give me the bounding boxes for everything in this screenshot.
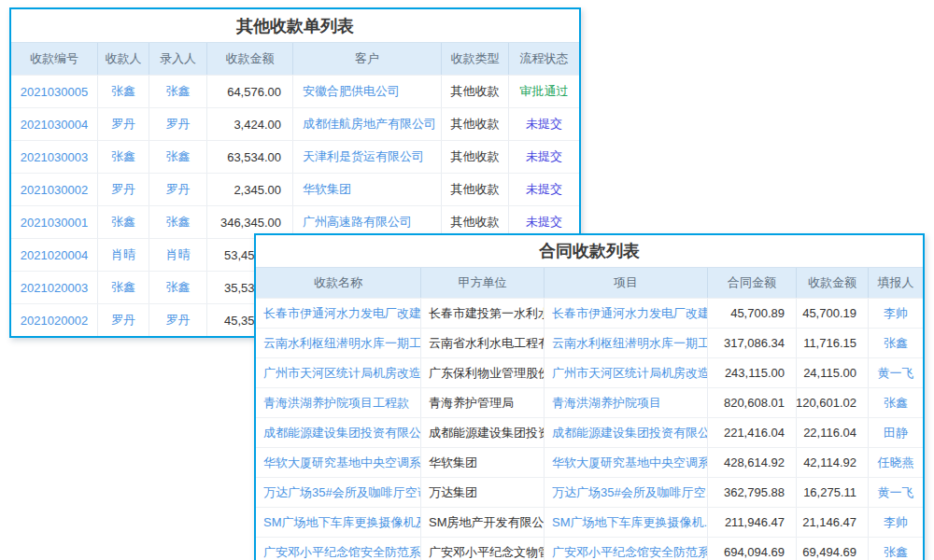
amount-cell: 2,345.00	[206, 174, 292, 205]
party-a-cell: 长春市建投第一水利水...	[420, 299, 544, 328]
project-link[interactable]: 广州市天河区统计局机房改造...	[544, 358, 707, 387]
contract-amount-cell: 243,115.00	[707, 358, 796, 387]
receipt-no-link[interactable]: 2021030001	[11, 206, 97, 238]
project-link[interactable]: 广安邓小平纪念馆安全防范系...	[544, 538, 707, 560]
recorder-link[interactable]: 罗丹	[149, 174, 206, 205]
receipt-name-link[interactable]: 广安邓小平纪念馆安全防范系...	[256, 538, 420, 560]
table-row: 长春市伊通河水力发电厂改建... 长春市建投第一水利水... 长春市伊通河水力发…	[256, 298, 923, 328]
customer-link[interactable]: 天津利是货运有限公司	[292, 141, 441, 173]
contract-amount-cell: 362,795.88	[707, 478, 796, 507]
party-a-cell: 广东保利物业管理股份...	[420, 358, 544, 387]
contract-receipts-title: 合同收款列表	[256, 235, 923, 268]
project-link[interactable]: 华软大厦研究基地中央空调系...	[544, 448, 707, 477]
recorder-link[interactable]: 张鑫	[149, 141, 206, 173]
payee-link[interactable]: 张鑫	[97, 141, 149, 173]
receipt-name-link[interactable]: SM广场地下车库更换摄像机及...	[256, 508, 420, 537]
reporter-link[interactable]: 任晓燕	[868, 448, 923, 477]
received-amount-cell: 120,601.02	[796, 388, 868, 417]
receipt-no-link[interactable]: 2021020004	[11, 239, 97, 271]
party-a-cell: SM房地产开发有限公司	[420, 508, 544, 537]
col-header-payee: 收款人	[97, 43, 149, 75]
receipt-no-link[interactable]: 2021030004	[11, 108, 97, 140]
party-a-cell: 万达集团	[420, 478, 544, 507]
received-amount-cell: 69,494.69	[796, 538, 868, 560]
receipt-no-link[interactable]: 2021030002	[11, 174, 97, 205]
status-link[interactable]: 未提交	[508, 108, 579, 140]
receipt-no-link[interactable]: 2021020002	[11, 304, 97, 336]
customer-link[interactable]: 华软集团	[292, 174, 441, 205]
receipt-no-link[interactable]: 2021020003	[11, 272, 97, 303]
status-link[interactable]: 未提交	[508, 174, 579, 205]
project-link[interactable]: 青海洪湖养护院项目	[544, 388, 707, 417]
status-link[interactable]: 审批通过	[508, 76, 579, 107]
receipt-name-link[interactable]: 云南水利枢纽潜明水库一期工...	[256, 329, 420, 357]
party-a-cell: 成都能源建设集团投资...	[420, 418, 544, 447]
page: 其他收款单列表 收款编号 收款人 录入人 收款金额 客户 收款类型 流程状态 2…	[0, 0, 934, 560]
contract-amount-cell: 211,946.47	[707, 508, 796, 537]
project-link[interactable]: SM广场地下车库更换摄像机...	[544, 508, 707, 537]
recorder-link[interactable]: 罗丹	[149, 304, 206, 336]
other-receipts-header-row: 收款编号 收款人 录入人 收款金额 客户 收款类型 流程状态	[11, 43, 579, 75]
received-amount-cell: 21,146.47	[796, 508, 868, 537]
receipt-name-link[interactable]: 万达广场35#会所及咖啡厅空调...	[256, 478, 420, 507]
receipt-no-link[interactable]: 2021030003	[11, 141, 97, 173]
received-amount-cell: 42,114.92	[796, 448, 868, 477]
project-link[interactable]: 长春市伊通河水力发电厂改建...	[544, 299, 707, 328]
table-row: 云南水利枢纽潜明水库一期工... 云南省水利水电工程有... 云南水利枢纽潜明水…	[256, 328, 923, 357]
receipt-name-link[interactable]: 华软大厦研究基地中央空调系...	[256, 448, 420, 477]
status-link[interactable]: 未提交	[508, 141, 579, 173]
recorder-link[interactable]: 张鑫	[149, 272, 206, 303]
receipt-name-link[interactable]: 青海洪湖养护院项目工程款	[256, 388, 420, 417]
project-link[interactable]: 万达广场35#会所及咖啡厅空...	[544, 478, 707, 507]
reporter-link[interactable]: 张鑫	[868, 329, 923, 357]
col-header-amount: 收款金额	[206, 43, 292, 75]
party-a-cell: 广安邓小平纪念文物管...	[420, 538, 544, 560]
other-receipts-title: 其他收款单列表	[11, 9, 579, 43]
reporter-link[interactable]: 张鑫	[868, 538, 923, 560]
recorder-link[interactable]: 肖晴	[149, 239, 206, 271]
receipt-name-link[interactable]: 长春市伊通河水力发电厂改建...	[256, 299, 420, 328]
payee-link[interactable]: 罗丹	[97, 108, 149, 140]
payee-link[interactable]: 罗丹	[97, 174, 149, 205]
project-link[interactable]: 成都能源建设集团投资有限公...	[544, 418, 707, 447]
party-a-cell: 云南省水利水电工程有...	[420, 329, 544, 357]
col-header-receipt-no: 收款编号	[11, 43, 97, 75]
recorder-link[interactable]: 张鑫	[149, 206, 206, 238]
col-header-customer: 客户	[292, 43, 441, 75]
payee-link[interactable]: 张鑫	[97, 76, 149, 107]
table-row: 青海洪湖养护院项目工程款 青海养护管理局 青海洪湖养护院项目 820,608.0…	[256, 387, 923, 417]
recorder-link[interactable]: 罗丹	[149, 108, 206, 140]
col-header-project: 项目	[544, 268, 707, 298]
receipt-name-link[interactable]: 成都能源建设集团投资有限公...	[256, 418, 420, 447]
reporter-link[interactable]: 田静	[868, 418, 923, 447]
table-row: 2021030002 罗丹 罗丹 2,345.00 华软集团 其他收款 未提交	[11, 173, 579, 205]
recorder-link[interactable]: 张鑫	[149, 76, 206, 107]
table-row: 万达广场35#会所及咖啡厅空调... 万达集团 万达广场35#会所及咖啡厅空..…	[256, 477, 923, 507]
project-link[interactable]: 云南水利枢纽潜明水库一期工...	[544, 329, 707, 357]
amount-cell: 3,424.00	[206, 108, 292, 140]
payee-link[interactable]: 张鑫	[97, 272, 149, 303]
contract-amount-cell: 428,614.92	[707, 448, 796, 477]
reporter-link[interactable]: 李帅	[868, 299, 923, 328]
party-a-cell: 青海养护管理局	[420, 388, 544, 417]
contract-amount-cell: 694,094.69	[707, 538, 796, 560]
received-amount-cell: 45,700.19	[796, 299, 868, 328]
payee-link[interactable]: 张鑫	[97, 206, 149, 238]
reporter-link[interactable]: 张鑫	[868, 388, 923, 417]
payee-link[interactable]: 肖晴	[97, 239, 149, 271]
table-row: 成都能源建设集团投资有限公... 成都能源建设集团投资... 成都能源建设集团投…	[256, 417, 923, 447]
reporter-link[interactable]: 黄一飞	[868, 358, 923, 387]
receipt-name-link[interactable]: 广州市天河区统计局机房改造...	[256, 358, 420, 387]
reporter-link[interactable]: 李帅	[868, 508, 923, 537]
received-amount-cell: 22,116.04	[796, 418, 868, 447]
customer-link[interactable]: 成都佳航房地产有限公司	[292, 108, 441, 140]
customer-link[interactable]: 安徽合肥供电公司	[292, 76, 441, 107]
reporter-link[interactable]: 黄一飞	[868, 478, 923, 507]
receipt-no-link[interactable]: 2021030005	[11, 76, 97, 107]
table-row: 2021030003 张鑫 张鑫 63,534.00 天津利是货运有限公司 其他…	[11, 140, 579, 173]
col-header-status: 流程状态	[508, 43, 579, 75]
type-cell: 其他收款	[441, 174, 508, 205]
table-row: 华软大厦研究基地中央空调系... 华软集团 华软大厦研究基地中央空调系... 4…	[256, 447, 923, 477]
party-a-cell: 华软集团	[420, 448, 544, 477]
payee-link[interactable]: 罗丹	[97, 304, 149, 336]
